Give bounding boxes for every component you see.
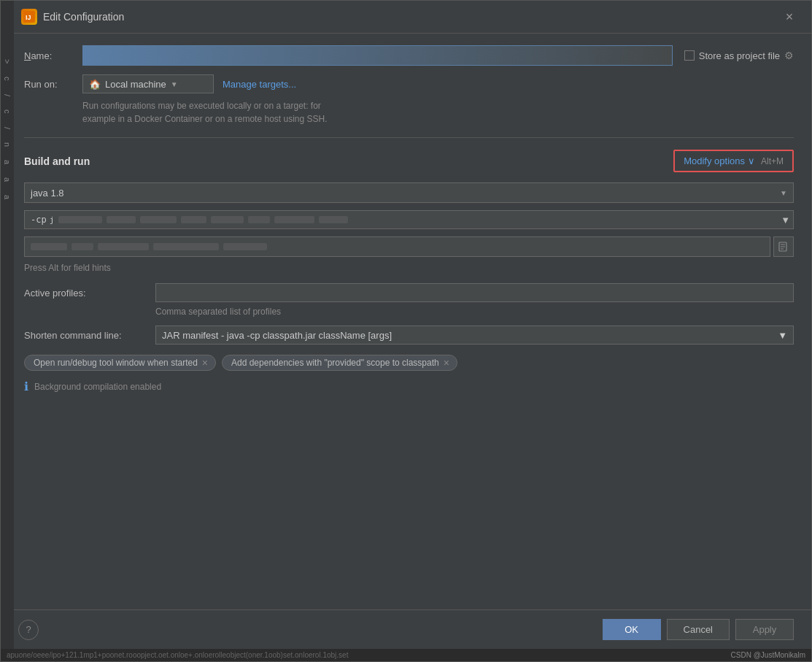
shorten-cmd-value: JAR manifest - java -cp classpath.jar cl…: [162, 330, 392, 341]
sidebar-char-8: a: [3, 177, 12, 182]
cp-dropdown-arrow: ▼: [781, 215, 790, 226]
ok-button[interactable]: OK: [603, 619, 661, 640]
shorten-cmd-row: Shorten command line: JAR manifest - jav…: [24, 326, 794, 345]
java-version-dropdown[interactable]: java 1.8 ▼: [24, 182, 794, 203]
build-run-title: Build and run: [24, 155, 90, 167]
footer-buttons: OK Cancel Apply: [603, 619, 794, 640]
tag-open-window-remove[interactable]: ×: [202, 358, 208, 368]
help-button[interactable]: ?: [18, 620, 39, 640]
store-project-row: Store as project file ⚙: [684, 50, 794, 61]
store-project-checkbox[interactable]: [684, 50, 695, 61]
sidebar-char-4: c: [3, 109, 12, 114]
info-icon: ℹ: [24, 380, 28, 393]
main-class-row: [24, 236, 794, 257]
cp-row: -cp j ▼: [24, 210, 794, 229]
sidebar-char-3: /: [3, 94, 12, 96]
run-on-row: Run on: 🏠 Local machine ▼ Manage targets…: [24, 74, 794, 93]
footer: ? OK Cancel Apply: [1, 609, 811, 649]
sidebar-char-5: /: [3, 127, 12, 129]
edit-configuration-dialog: > c / c / n a a a IJ Edit Configuration …: [0, 0, 812, 662]
status-bar: apuone/oeee/ipo+121.1mp1+poonet.rooopjec…: [1, 649, 811, 661]
modify-options-label: Modify options: [684, 155, 745, 166]
main-class-input[interactable]: [24, 236, 770, 257]
app-icon: IJ: [21, 9, 37, 25]
edit-icon[interactable]: [773, 236, 794, 257]
tag-add-deps: Add dependencies with "provided" scope t…: [222, 355, 457, 371]
titlebar: IJ Edit Configuration ×: [1, 1, 811, 34]
tag-open-window: Open run/debug tool window when started …: [24, 355, 216, 371]
watermark: CSDN @JustMonikalm: [731, 651, 805, 659]
close-button[interactable]: ×: [779, 7, 800, 27]
active-profiles-label: Active profiles:: [24, 288, 155, 299]
cancel-button[interactable]: Cancel: [667, 619, 730, 640]
sidebar-char-2: c: [3, 77, 12, 81]
shorten-cmd-dropdown[interactable]: JAR manifest - java -cp classpath.jar cl…: [155, 326, 794, 345]
sidebar-char-9: a: [3, 195, 12, 199]
run-on-value: Local machine: [105, 79, 166, 90]
active-profiles-row: Active profiles:: [24, 283, 794, 302]
shorten-cmd-label: Shorten command line:: [24, 330, 155, 341]
modify-options-button[interactable]: Modify options ∨ Alt+M: [673, 150, 794, 172]
java-dropdown-arrow: ▼: [780, 189, 787, 197]
tags-row: Open run/debug tool window when started …: [24, 355, 794, 371]
active-profiles-hint: Comma separated list of profiles: [155, 307, 794, 317]
cp-input[interactable]: -cp j ▼: [24, 210, 794, 229]
manage-targets-link[interactable]: Manage targets...: [223, 79, 296, 90]
tag-open-window-label: Open run/debug tool window when started: [34, 358, 198, 368]
run-on-dropdown[interactable]: 🏠 Local machine ▼: [82, 74, 214, 93]
name-row: Name: Store as project file ⚙: [24, 45, 794, 66]
shorten-dropdown-arrow: ▼: [778, 330, 787, 341]
run-on-label: Run on:: [24, 79, 82, 90]
gear-icon[interactable]: ⚙: [784, 50, 794, 61]
name-input[interactable]: [82, 45, 673, 66]
bg-compilation-text: Background compilation enabled: [34, 382, 161, 392]
dialog-title: Edit Configuration: [43, 11, 779, 23]
dialog-content: Name: Store as project file ⚙ Run on: 🏠 …: [1, 34, 811, 609]
modify-options-shortcut: Alt+M: [761, 156, 784, 166]
field-hint: Press Alt for field hints: [24, 263, 794, 273]
section-divider: [24, 137, 794, 138]
tag-add-deps-remove[interactable]: ×: [444, 358, 449, 368]
tag-add-deps-label: Add dependencies with "provided" scope t…: [231, 358, 439, 368]
java-version-label: java 1.8: [31, 188, 64, 199]
sidebar-char-1: >: [3, 59, 12, 63]
sidebar-char-7: a: [3, 160, 12, 164]
build-run-section-header: Build and run Modify options ∨ Alt+M: [24, 150, 794, 172]
svg-text:IJ: IJ: [26, 14, 31, 21]
local-machine-icon: 🏠: [89, 79, 101, 90]
modify-options-chevron: ∨: [748, 155, 755, 166]
store-project-label: Store as project file: [699, 50, 780, 61]
status-text: apuone/oeee/ipo+121.1mp1+poonet.rooopjec…: [7, 651, 348, 659]
cp-prefix: -cp: [31, 215, 47, 225]
dropdown-arrow: ▼: [171, 80, 178, 88]
bg-compilation-notice: ℹ Background compilation enabled: [24, 380, 794, 393]
sidebar-strip: > c / c / n a a a: [1, 1, 14, 661]
run-hint: Run configurations may be executed local…: [82, 99, 794, 126]
sidebar-char-6: n: [3, 142, 12, 147]
name-label: Name:: [24, 50, 82, 61]
active-profiles-input[interactable]: [155, 283, 794, 302]
apply-button[interactable]: Apply: [735, 619, 794, 640]
